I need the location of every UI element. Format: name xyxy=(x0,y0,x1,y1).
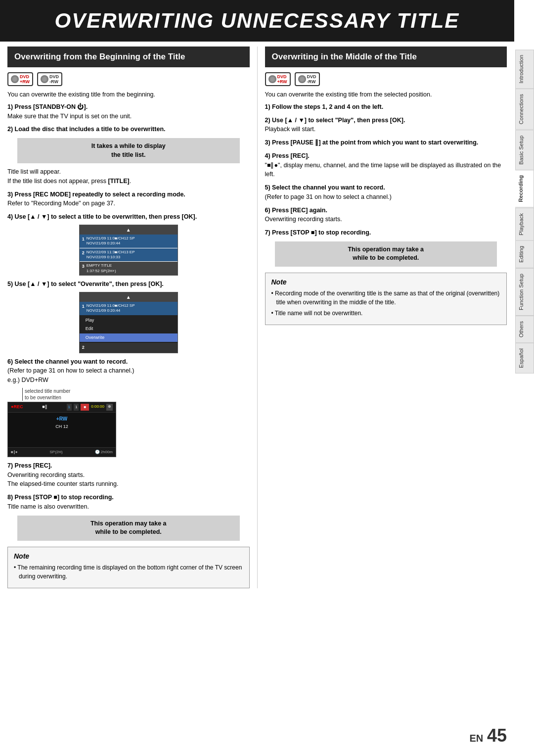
tab-others[interactable]: Others xyxy=(515,316,534,343)
dvd-minus-rw-label: DVD-RW xyxy=(49,74,59,84)
disc-icon-right-1 xyxy=(268,75,276,83)
menu-overwrite: Overwrite xyxy=(80,333,178,342)
right-step-7: 7) Press [STOP ■] to stop recording. Thi… xyxy=(265,228,507,267)
note-item-right-2: • Title name will not be overwritten. xyxy=(271,309,501,318)
dvd-plus-rw-logo-right: DVD+RW xyxy=(265,72,291,86)
note-box-left: Note • The remaining recording time is d… xyxy=(7,547,250,588)
title-row-1: 1 NOV/21/09 11:0■/CH12 SPNOV/21/09 0:20:… xyxy=(80,235,178,248)
note-title-left: Note xyxy=(14,552,243,560)
page-lang: EN xyxy=(469,733,483,744)
right-step-3: 3) Press [PAUSE ‖] at the point from whi… xyxy=(265,138,507,147)
overwrite-menu-container: ▲ 1 NOV/21/09 11:0■/CH12 SPNOV/21/09 0:2… xyxy=(7,292,250,353)
rec-screen-container: selected title numberto be overwritten ●… xyxy=(7,388,250,457)
note-item-right-1: • Recording mode of the overwriting titl… xyxy=(271,289,501,307)
left-step-5: 5) Use [▲ / ▼] to select "Overwrite", th… xyxy=(7,280,250,353)
overwrite-menu-items: Play Edit Overwrite xyxy=(80,315,178,343)
dvd-plus-rw-label: DVD+RW xyxy=(20,74,30,84)
overwrite-row-2: 2 xyxy=(80,343,178,353)
rec-bottom-bar: ■‖● SP(2H) 🕐 2h00m xyxy=(8,447,116,457)
right-step-1: 1) Follow the steps 1, 2 and 4 on the le… xyxy=(265,102,507,112)
page-title: OVERWRITING UNNECESSARY TITLE xyxy=(10,9,504,33)
tab-playback[interactable]: Playback xyxy=(515,208,534,241)
tab-basic-setup[interactable]: Basic Setup xyxy=(515,130,534,170)
note-box-right: Note • Recording mode of the overwriting… xyxy=(265,273,507,325)
dvd-logos-left: DVD+RW DVD-RW xyxy=(7,72,250,86)
right-step-4: 4) Press [REC]. "■‖●", display menu, cha… xyxy=(265,151,507,179)
tab-editing[interactable]: Editing xyxy=(515,240,534,268)
left-step-2: 2) Load the disc that includes a title t… xyxy=(7,125,250,186)
tab-introduction[interactable]: Introduction xyxy=(515,49,534,89)
page-wrapper: Introduction Connections Basic Setup Rec… xyxy=(0,0,534,756)
title-list-arrow-up: ▲ xyxy=(80,225,178,235)
tab-connections[interactable]: Connections xyxy=(515,89,534,130)
title-row-3: 3 EMPTY TITLE1:37:52 SP(2H+) xyxy=(80,262,178,275)
left-step-4: 4) Use [▲ / ▼] to select a title to be o… xyxy=(7,212,250,276)
overwrite-title-row: 1 NOV/21/09 11:0■/CH12 SPNOV/21/09 0:20:… xyxy=(80,302,178,315)
main-content: OVERWRITING UNNECESSARY TITLE Overwritin… xyxy=(0,0,514,588)
callout-title-list: It takes a while to displaythe title lis… xyxy=(17,138,240,163)
side-tabs: Introduction Connections Basic Setup Rec… xyxy=(515,49,534,374)
left-step-8: 8) Press [STOP ■] to stop recording. Tit… xyxy=(7,493,250,541)
title-row-2: 2 NOV/22/09 11:3■/CH13 EPNOV/22/09 0:10:… xyxy=(80,248,178,262)
dvd-minus-rw-logo-right: DVD-RW xyxy=(295,72,320,86)
rec-screen: ●REC ■‖ 1 1 ■ 0:00:00 ⊕ xyxy=(7,402,116,457)
disc-icon-right-2 xyxy=(298,75,306,83)
overwrite-arrow-up: ▲ xyxy=(80,292,178,302)
selected-title-note: selected title numberto be overwritten xyxy=(7,388,250,401)
callout-operation-right: This operation may take awhile to be com… xyxy=(275,241,497,267)
note-item-left-1: • The remaining recording time is displa… xyxy=(14,563,243,581)
right-step-5: 5) Select the channel you want to record… xyxy=(265,183,507,202)
overwrite-menu-mockup: ▲ 1 NOV/21/09 11:0■/CH12 SPNOV/21/09 0:2… xyxy=(79,292,178,353)
tab-recording[interactable]: Recording xyxy=(515,170,534,207)
rec-top-bar: ●REC ■‖ 1 1 ■ 0:00:00 ⊕ xyxy=(8,402,116,413)
left-step-7: 7) Press [REC]. Overwriting recording st… xyxy=(7,461,250,489)
ch-display: CH 12 xyxy=(55,424,68,430)
tab-function-setup[interactable]: Function Setup xyxy=(515,268,534,316)
left-intro-text: You can overwrite the existing title fro… xyxy=(7,90,250,99)
right-intro-text: You can overwrite the existing title fro… xyxy=(265,90,507,99)
rec-indicator: ●REC xyxy=(11,404,23,411)
two-col-layout: Overwriting from the Beginning of the Ti… xyxy=(0,47,514,588)
page-footer: EN 45 xyxy=(469,725,507,746)
left-section-header: Overwriting from the Beginning of the Ti… xyxy=(7,47,250,67)
dvd-logos-right: DVD+RW DVD-RW xyxy=(265,72,507,86)
dvd-plus-rw-logo: DVD+RW xyxy=(7,72,33,86)
right-step-2: 2) Use [▲ / ▼] to select "Play", then pr… xyxy=(265,116,507,135)
title-list-mockup: ▲ 1 NOV/21/09 11:0■/CH12 SPNOV/21/09 0:2… xyxy=(79,225,178,276)
right-step-6: 6) Press [REC] again. Overwriting record… xyxy=(265,206,507,225)
title-list-mockup-container: ▲ 1 NOV/21/09 11:0■/CH12 SPNOV/21/09 0:2… xyxy=(7,225,250,276)
disc-icon xyxy=(11,75,19,83)
left-column: Overwriting from the Beginning of the Ti… xyxy=(7,47,258,588)
page-number: 45 xyxy=(487,725,507,746)
menu-edit: Edit xyxy=(80,325,178,333)
rw-logo-display: +RW xyxy=(56,415,67,423)
rec-screen-middle: +RW CH 12 xyxy=(8,413,116,447)
right-column: Overwriting in the Middle of the Title D… xyxy=(258,47,507,588)
menu-play: Play xyxy=(80,316,178,325)
callout-operation-left: This operation may take awhile to be com… xyxy=(17,516,240,541)
left-step-1: 1) Press [STANDBY-ON ⏻]. Make sure that … xyxy=(7,102,250,121)
tab-espanol[interactable]: Español xyxy=(515,343,534,374)
dvd-minus-rw-logo: DVD-RW xyxy=(37,72,62,86)
disc-icon-2 xyxy=(41,75,48,83)
note-title-right: Note xyxy=(271,278,501,286)
page-header: OVERWRITING UNNECESSARY TITLE xyxy=(0,0,514,42)
right-section-header: Overwriting in the Middle of the Title xyxy=(265,47,507,67)
left-step-3: 3) Press [REC MODE] repeatedly to select… xyxy=(7,190,250,209)
left-step-6: 6) Select the channel you want to record… xyxy=(7,357,250,457)
